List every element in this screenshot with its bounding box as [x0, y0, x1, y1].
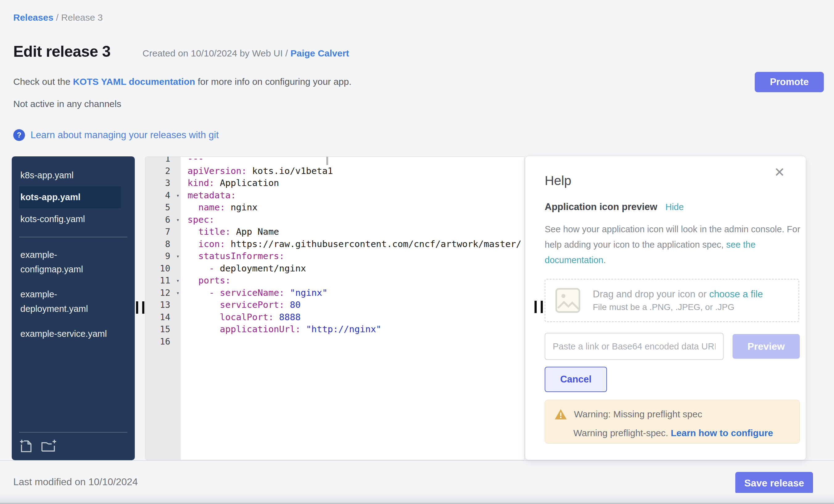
- code-line[interactable]: icon: https://raw.githubusercontent.com/…: [181, 238, 524, 250]
- code-line-row[interactable]: 1---: [145, 156, 524, 165]
- last-modified-text: Last modified on 10/10/2024: [13, 476, 138, 488]
- promote-button[interactable]: Promote: [755, 72, 824, 92]
- help-question-icon: ?: [13, 129, 25, 141]
- dropzone-hint: File must be a .PNG, .JPEG, or .JPG: [593, 302, 763, 312]
- fold-arrow-icon[interactable]: ▾: [176, 190, 179, 202]
- sidebar-resize-handle[interactable]: [136, 301, 147, 314]
- bottom-edge: [0, 493, 834, 504]
- choose-file-link[interactable]: choose a file: [709, 289, 763, 300]
- file-item[interactable]: k8s-app.yaml: [19, 165, 121, 186]
- page-title: Edit release 3: [13, 43, 110, 61]
- line-number: 9▾: [145, 250, 181, 262]
- created-line: Created on 10/10/2024 by Web UI / Paige …: [142, 48, 349, 59]
- close-icon[interactable]: ✕: [774, 165, 785, 180]
- code-line-row[interactable]: 15 applicationUrl: "http://nginx": [145, 323, 524, 335]
- fold-arrow-icon[interactable]: ▾: [176, 250, 179, 262]
- code-line[interactable]: kind: Application: [181, 177, 524, 190]
- dropzone-text: Drag and drop your icon or: [593, 289, 709, 300]
- new-folder-button[interactable]: [41, 439, 57, 453]
- file-item[interactable]: example-configmap.yaml: [19, 244, 121, 280]
- breadcrumb: Releases / Release 3: [13, 12, 103, 23]
- fold-arrow-icon[interactable]: ▾: [176, 287, 179, 299]
- new-folder-icon: [41, 439, 57, 453]
- line-number: 2: [145, 165, 181, 177]
- code-line-row[interactable]: 9▾ statusInformers:: [145, 250, 524, 262]
- yaml-editor[interactable]: 1---2apiVersion: kots.io/v1beta13kind: A…: [145, 156, 524, 460]
- file-item[interactable]: kots-app.yaml: [19, 186, 121, 208]
- code-line-row[interactable]: 5 name: nginx: [145, 201, 524, 214]
- hide-link[interactable]: Hide: [665, 202, 684, 212]
- doc-prefix: Check out the: [13, 76, 73, 87]
- code-line[interactable]: applicationUrl: "http://nginx": [181, 323, 524, 335]
- save-release-button[interactable]: Save release: [735, 472, 813, 494]
- breadcrumb-current: Release 3: [61, 12, 103, 23]
- warning-configure-link[interactable]: Learn how to configure: [671, 428, 773, 438]
- doc-line: Check out the KOTS YAML documentation fo…: [13, 76, 352, 87]
- code-line-row[interactable]: 4▾metadata:: [145, 190, 524, 202]
- desc-text: See how your application icon will look …: [545, 224, 800, 249]
- warning-box: Warning: Missing preflight spec Warning …: [545, 400, 800, 443]
- icon-dropzone[interactable]: Drag and drop your icon or choose a file…: [545, 279, 799, 322]
- code-line-row[interactable]: 3kind: Application: [145, 177, 524, 190]
- file-item[interactable]: kots-config.yaml: [19, 208, 121, 230]
- created-by-link[interactable]: Paige Calvert: [290, 48, 349, 58]
- line-number: 6▾: [145, 214, 181, 226]
- file-item[interactable]: example-deployment.yaml: [19, 283, 121, 320]
- warning-body-text: Warning preflight-spec.: [573, 428, 671, 438]
- help-panel-resize-handle[interactable]: [534, 301, 545, 313]
- kots-yaml-doc-link[interactable]: KOTS YAML documentation: [73, 76, 195, 87]
- created-text: Created on 10/10/2024 by Web UI /: [142, 48, 290, 58]
- line-number: 10: [145, 262, 181, 275]
- breadcrumb-releases-link[interactable]: Releases: [13, 12, 53, 23]
- code-rows: 1---2apiVersion: kots.io/v1beta13kind: A…: [145, 156, 524, 348]
- line-number: 1: [145, 156, 181, 165]
- breadcrumb-separator: /: [53, 12, 61, 23]
- code-line[interactable]: metadata:: [181, 190, 524, 202]
- help-title: Help: [545, 173, 571, 188]
- code-line-row[interactable]: 10 - deployment/nginx: [145, 262, 524, 275]
- footer-divider: [0, 460, 834, 461]
- code-line[interactable]: statusInformers:: [181, 250, 524, 262]
- line-number: 16: [145, 335, 181, 348]
- code-line[interactable]: - serviceName: "nginx": [181, 287, 524, 299]
- code-line[interactable]: title: App Name: [181, 226, 524, 238]
- code-line[interactable]: name: nginx: [181, 201, 524, 214]
- code-line-row[interactable]: 8 icon: https://raw.githubusercontent.co…: [145, 238, 524, 250]
- fold-arrow-icon[interactable]: ▾: [176, 214, 179, 226]
- fold-arrow-icon[interactable]: ▾: [176, 275, 179, 287]
- line-number: 5: [145, 201, 181, 214]
- git-releases-link[interactable]: Learn about managing your releases with …: [30, 130, 219, 141]
- code-line[interactable]: servicePort: 80: [181, 299, 524, 311]
- help-panel: ✕ Help Application icon preview Hide See…: [525, 156, 806, 460]
- code-line-row[interactable]: 7 title: App Name: [145, 226, 524, 238]
- line-number: 14: [145, 311, 181, 324]
- line-number: 4▾: [145, 190, 181, 202]
- file-item[interactable]: example-service.yaml: [19, 323, 121, 345]
- code-line[interactable]: spec:: [181, 214, 524, 226]
- code-line[interactable]: ports:: [181, 275, 524, 287]
- code-line[interactable]: localPort: 8888: [181, 311, 524, 324]
- code-line[interactable]: apiVersion: kots.io/v1beta1: [181, 165, 524, 177]
- code-line-row[interactable]: 14 localPort: 8888: [145, 311, 524, 324]
- image-placeholder-icon: [554, 287, 581, 314]
- doc-suffix: for more info on configuring your app.: [195, 76, 352, 87]
- line-number: 3: [145, 177, 181, 190]
- cancel-button[interactable]: Cancel: [545, 367, 607, 392]
- preview-button[interactable]: Preview: [732, 334, 800, 359]
- code-line-row[interactable]: 12▾ - serviceName: "nginx": [145, 287, 524, 299]
- line-number: 11▾: [145, 275, 181, 287]
- code-line-row[interactable]: 16: [145, 335, 524, 348]
- warning-title: Warning: Missing preflight spec: [574, 409, 702, 419]
- line-number: 7: [145, 226, 181, 238]
- new-file-button[interactable]: [19, 439, 33, 453]
- line-number: 8: [145, 238, 181, 250]
- new-file-icon: [19, 439, 33, 453]
- file-sidebar: k8s-app.yamlkots-app.yamlkots-config.yam…: [12, 156, 135, 460]
- code-line-row[interactable]: 6▾spec:: [145, 214, 524, 226]
- code-line-row[interactable]: 13 servicePort: 80: [145, 299, 524, 311]
- code-line-row[interactable]: 11▾ ports:: [145, 275, 524, 287]
- code-line[interactable]: ---: [181, 156, 524, 165]
- code-line[interactable]: - deployment/nginx: [181, 262, 524, 275]
- icon-url-input[interactable]: [545, 333, 724, 360]
- code-line-row[interactable]: 2apiVersion: kots.io/v1beta1: [145, 165, 524, 177]
